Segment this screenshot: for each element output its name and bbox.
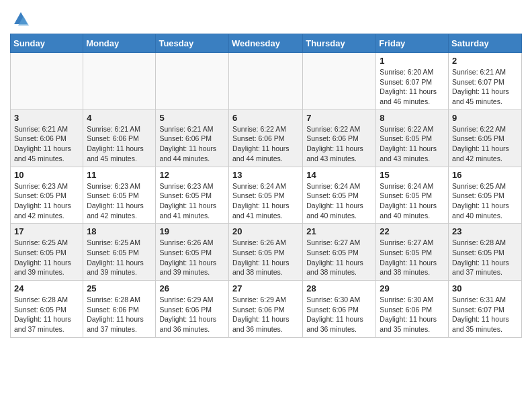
page: SundayMondayTuesdayWednesdayThursdayFrid… [0,0,532,348]
day-info: Sunrise: 6:29 AM Sunset: 6:06 PM Dayligh… [232,295,299,334]
calendar-cell: 21Sunrise: 6:27 AM Sunset: 6:05 PM Dayli… [303,224,376,281]
calendar-cell: 13Sunrise: 6:24 AM Sunset: 6:05 PM Dayli… [228,167,302,224]
day-info: Sunrise: 6:21 AM Sunset: 6:06 PM Dayligh… [159,124,225,164]
day-number: 16 [452,170,518,180]
day-info: Sunrise: 6:31 AM Sunset: 6:07 PM Dayligh… [452,295,518,334]
week-row: 17Sunrise: 6:25 AM Sunset: 6:05 PM Dayli… [11,224,522,281]
day-info: Sunrise: 6:28 AM Sunset: 6:05 PM Dayligh… [14,295,79,334]
day-number: 28 [306,283,372,293]
day-info: Sunrise: 6:21 AM Sunset: 6:07 PM Dayligh… [452,67,518,107]
calendar-cell: 16Sunrise: 6:25 AM Sunset: 6:05 PM Dayli… [449,167,522,224]
day-info: Sunrise: 6:22 AM Sunset: 6:05 PM Dayligh… [452,124,518,164]
calendar-cell: 8Sunrise: 6:22 AM Sunset: 6:05 PM Daylig… [376,109,449,167]
week-row: 3Sunrise: 6:21 AM Sunset: 6:06 PM Daylig… [11,109,522,167]
calendar-cell: 14Sunrise: 6:24 AM Sunset: 6:05 PM Dayli… [303,167,376,224]
calendar-header: SundayMondayTuesdayWednesdayThursdayFrid… [11,34,522,53]
day-info: Sunrise: 6:22 AM Sunset: 6:05 PM Dayligh… [380,124,445,164]
day-number: 30 [452,283,518,293]
calendar-cell: 10Sunrise: 6:23 AM Sunset: 6:05 PM Dayli… [11,167,83,224]
day-info: Sunrise: 6:26 AM Sunset: 6:05 PM Dayligh… [232,238,299,277]
day-number: 26 [159,283,225,293]
day-number: 18 [87,226,152,236]
column-header-wednesday: Wednesday [228,34,302,53]
day-number: 24 [14,283,79,293]
column-header-tuesday: Tuesday [156,34,229,53]
calendar-cell: 2Sunrise: 6:21 AM Sunset: 6:07 PM Daylig… [449,53,522,110]
day-info: Sunrise: 6:21 AM Sunset: 6:06 PM Dayligh… [14,124,79,164]
day-number: 10 [14,170,79,180]
day-info: Sunrise: 6:25 AM Sunset: 6:05 PM Dayligh… [452,181,518,221]
day-number: 25 [87,283,152,293]
calendar-cell: 28Sunrise: 6:30 AM Sunset: 6:06 PM Dayli… [303,281,376,338]
day-info: Sunrise: 6:30 AM Sunset: 6:06 PM Dayligh… [380,295,445,334]
calendar-cell: 3Sunrise: 6:21 AM Sunset: 6:06 PM Daylig… [11,109,83,167]
calendar-cell: 7Sunrise: 6:22 AM Sunset: 6:06 PM Daylig… [303,109,376,167]
calendar-cell: 15Sunrise: 6:24 AM Sunset: 6:05 PM Dayli… [376,167,449,224]
day-info: Sunrise: 6:27 AM Sunset: 6:05 PM Dayligh… [306,238,372,277]
logo [10,9,30,28]
day-number: 13 [232,170,299,180]
day-info: Sunrise: 6:22 AM Sunset: 6:06 PM Dayligh… [306,124,372,164]
column-header-friday: Friday [376,34,449,53]
day-info: Sunrise: 6:23 AM Sunset: 6:05 PM Dayligh… [87,181,152,221]
calendar-cell [303,53,376,110]
calendar-cell: 22Sunrise: 6:27 AM Sunset: 6:05 PM Dayli… [376,224,449,281]
day-info: Sunrise: 6:27 AM Sunset: 6:05 PM Dayligh… [380,238,445,277]
calendar-cell: 27Sunrise: 6:29 AM Sunset: 6:06 PM Dayli… [228,281,302,338]
day-info: Sunrise: 6:20 AM Sunset: 6:07 PM Dayligh… [380,67,445,107]
day-info: Sunrise: 6:28 AM Sunset: 6:05 PM Dayligh… [452,238,518,277]
logo-icon [11,9,30,28]
calendar-body: 1Sunrise: 6:20 AM Sunset: 6:07 PM Daylig… [11,53,522,338]
day-number: 29 [380,283,445,293]
day-info: Sunrise: 6:28 AM Sunset: 6:06 PM Dayligh… [87,295,152,334]
day-number: 15 [380,170,445,180]
calendar-cell: 24Sunrise: 6:28 AM Sunset: 6:05 PM Dayli… [11,281,83,338]
calendar-cell: 29Sunrise: 6:30 AM Sunset: 6:06 PM Dayli… [376,281,449,338]
calendar-cell: 20Sunrise: 6:26 AM Sunset: 6:05 PM Dayli… [228,224,302,281]
calendar-table: SundayMondayTuesdayWednesdayThursdayFrid… [10,34,522,338]
calendar-cell [228,53,302,110]
day-info: Sunrise: 6:24 AM Sunset: 6:05 PM Dayligh… [232,181,299,221]
calendar-cell [156,53,229,110]
calendar-cell: 5Sunrise: 6:21 AM Sunset: 6:06 PM Daylig… [156,109,229,167]
day-number: 4 [87,113,152,123]
header [10,7,522,28]
day-number: 9 [452,113,518,123]
week-row: 24Sunrise: 6:28 AM Sunset: 6:05 PM Dayli… [11,281,522,338]
day-number: 3 [14,113,79,123]
calendar-cell: 25Sunrise: 6:28 AM Sunset: 6:06 PM Dayli… [83,281,156,338]
column-header-saturday: Saturday [449,34,522,53]
calendar-cell: 6Sunrise: 6:22 AM Sunset: 6:06 PM Daylig… [228,109,302,167]
day-info: Sunrise: 6:21 AM Sunset: 6:06 PM Dayligh… [87,124,152,164]
day-info: Sunrise: 6:30 AM Sunset: 6:06 PM Dayligh… [306,295,372,334]
day-info: Sunrise: 6:24 AM Sunset: 6:05 PM Dayligh… [380,181,445,221]
day-info: Sunrise: 6:23 AM Sunset: 6:05 PM Dayligh… [159,181,225,221]
calendar-cell [11,53,83,110]
day-info: Sunrise: 6:25 AM Sunset: 6:05 PM Dayligh… [87,238,152,277]
day-number: 27 [232,283,299,293]
day-number: 7 [306,113,372,123]
calendar-cell: 1Sunrise: 6:20 AM Sunset: 6:07 PM Daylig… [376,53,449,110]
calendar-cell: 12Sunrise: 6:23 AM Sunset: 6:05 PM Dayli… [156,167,229,224]
day-number: 19 [159,226,225,236]
calendar-cell: 4Sunrise: 6:21 AM Sunset: 6:06 PM Daylig… [83,109,156,167]
day-number: 12 [159,170,225,180]
column-header-sunday: Sunday [11,34,83,53]
header-row: SundayMondayTuesdayWednesdayThursdayFrid… [11,34,522,53]
calendar-cell: 11Sunrise: 6:23 AM Sunset: 6:05 PM Dayli… [83,167,156,224]
week-row: 10Sunrise: 6:23 AM Sunset: 6:05 PM Dayli… [11,167,522,224]
calendar-cell [83,53,156,110]
calendar-cell: 23Sunrise: 6:28 AM Sunset: 6:05 PM Dayli… [449,224,522,281]
calendar-cell: 19Sunrise: 6:26 AM Sunset: 6:05 PM Dayli… [156,224,229,281]
calendar-cell: 26Sunrise: 6:29 AM Sunset: 6:06 PM Dayli… [156,281,229,338]
day-number: 6 [232,113,299,123]
calendar-cell: 9Sunrise: 6:22 AM Sunset: 6:05 PM Daylig… [449,109,522,167]
calendar-cell: 17Sunrise: 6:25 AM Sunset: 6:05 PM Dayli… [11,224,83,281]
day-info: Sunrise: 6:25 AM Sunset: 6:05 PM Dayligh… [14,238,79,277]
calendar-cell: 18Sunrise: 6:25 AM Sunset: 6:05 PM Dayli… [83,224,156,281]
day-info: Sunrise: 6:23 AM Sunset: 6:05 PM Dayligh… [14,181,79,221]
day-number: 23 [452,226,518,236]
day-number: 5 [159,113,225,123]
day-number: 1 [380,56,445,66]
day-number: 20 [232,226,299,236]
